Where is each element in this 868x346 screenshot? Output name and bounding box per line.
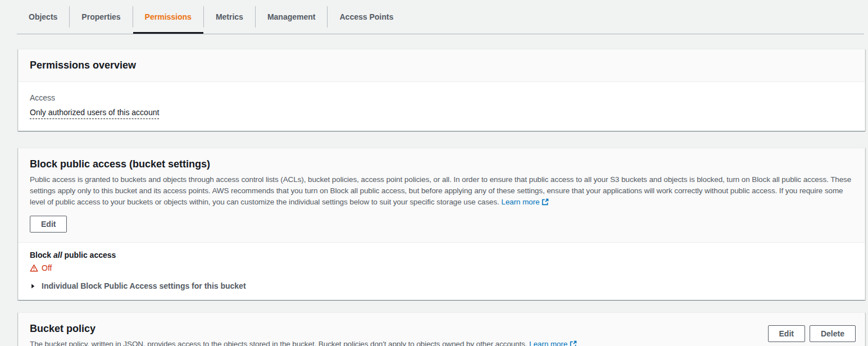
bucket-tab-bar: Objects Properties Permissions Metrics M… xyxy=(17,0,864,34)
bucket-policy-delete-button[interactable]: Delete xyxy=(810,325,856,342)
tab-metrics[interactable]: Metrics xyxy=(204,0,255,34)
block-public-access-card: Block public access (bucket settings) Pu… xyxy=(18,148,865,300)
block-all-status-row: Off xyxy=(30,263,853,273)
learn-more-label: Learn more xyxy=(501,198,539,206)
block-all-public-access-label: Block all public access xyxy=(30,250,853,261)
block-public-access-edit-button[interactable]: Edit xyxy=(30,216,67,233)
block-public-access-description: Public access is granted to buckets and … xyxy=(30,174,853,208)
permissions-overview-body: Access Only authorized users of this acc… xyxy=(19,82,865,131)
learn-more-label: Learn more xyxy=(529,340,567,346)
bucket-policy-learn-more-link[interactable]: Learn more xyxy=(529,340,577,346)
block-public-access-description-text: Public access is granted to buckets and … xyxy=(30,175,851,206)
bucket-policy-title: Bucket policy xyxy=(30,322,577,335)
bucket-policy-description-text: The bucket policy, written in JSON, prov… xyxy=(30,340,527,346)
block-public-access-title: Block public access (bucket settings) xyxy=(30,157,853,171)
warning-triangle-icon xyxy=(30,264,38,272)
bucket-policy-card: Bucket policy The bucket policy, written… xyxy=(18,312,865,346)
individual-settings-expander-label: Individual Block Public Access settings … xyxy=(42,281,246,291)
tab-objects[interactable]: Objects xyxy=(17,0,69,34)
block-public-access-learn-more-link[interactable]: Learn more xyxy=(501,198,549,206)
bucket-policy-header-text: Bucket policy The bucket policy, written… xyxy=(30,322,577,346)
bucket-policy-description: The bucket policy, written in JSON, prov… xyxy=(30,339,577,346)
external-link-icon[interactable] xyxy=(570,340,577,346)
block-public-access-body: Block all public access Off Individual B… xyxy=(19,243,865,300)
bucket-policy-actions: Edit Delete xyxy=(768,322,856,342)
tab-permissions[interactable]: Permissions xyxy=(133,0,203,34)
bucket-policy-header: Bucket policy The bucket policy, written… xyxy=(19,313,865,346)
block-public-access-header: Block public access (bucket settings) Pu… xyxy=(19,148,865,243)
caret-right-icon[interactable] xyxy=(30,283,36,289)
external-link-icon[interactable] xyxy=(542,198,549,206)
block-all-italic: all xyxy=(53,251,62,260)
tab-list: Objects Properties Permissions Metrics M… xyxy=(17,0,864,34)
tab-access-points[interactable]: Access Points xyxy=(328,0,405,34)
edit-button-row: Edit xyxy=(30,216,853,233)
tab-management[interactable]: Management xyxy=(256,0,328,34)
permissions-overview-card: Permissions overview Access Only authori… xyxy=(18,49,865,131)
block-all-prefix: Block xyxy=(30,251,51,260)
permissions-overview-header: Permissions overview xyxy=(19,49,865,82)
block-all-suffix: public access xyxy=(64,251,116,260)
block-all-status-value: Off xyxy=(42,263,52,273)
permissions-overview-title: Permissions overview xyxy=(30,58,853,72)
access-value[interactable]: Only authorized users of this account xyxy=(30,107,159,119)
access-label: Access xyxy=(30,93,853,103)
individual-settings-expander[interactable]: Individual Block Public Access settings … xyxy=(30,281,853,291)
bucket-policy-edit-button[interactable]: Edit xyxy=(768,325,805,342)
tab-properties[interactable]: Properties xyxy=(70,0,132,34)
